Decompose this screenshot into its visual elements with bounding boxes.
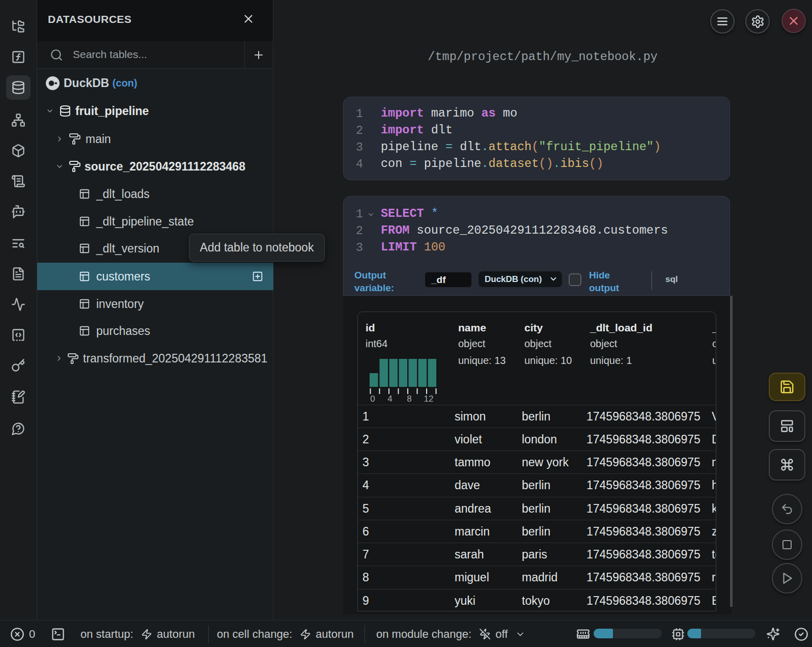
svg-text:8: 8	[407, 394, 411, 404]
svg-text:12: 12	[424, 394, 434, 404]
svg-text:4: 4	[387, 394, 392, 404]
svg-text:0: 0	[370, 394, 375, 404]
